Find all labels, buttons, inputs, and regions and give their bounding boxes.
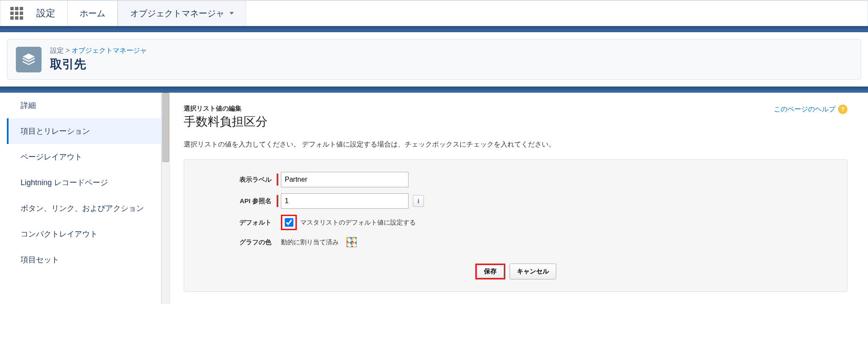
info-icon[interactable]: i xyxy=(413,195,424,207)
display-label-input[interactable] xyxy=(281,172,409,187)
checkbox-label: マスタリストのデフォルト値に設定する xyxy=(300,219,416,227)
tab-label: ホーム xyxy=(80,8,105,19)
default-checkbox[interactable] xyxy=(285,218,293,227)
row-api-name: API 参照名 i xyxy=(194,193,837,209)
label-api: API 参照名 xyxy=(194,197,277,205)
tab-label: オブジェクトマネージャ xyxy=(130,8,224,19)
header-panel: 設定 > オブジェクトマネージャ 取引先 xyxy=(7,39,861,80)
sidebar-item-buttons[interactable]: ボタン、リンク、およびアクション xyxy=(7,195,161,221)
help-link-label: このページのヘルプ xyxy=(774,105,835,114)
body: 詳細 項目とリレーション ページレイアウト Lightning レコードページ … xyxy=(7,93,861,304)
instructions: 選択リストの値を入力してください。 デフォルト値に設定する場合は、チェックボック… xyxy=(184,140,847,149)
sidebar: 詳細 項目とリレーション ページレイアウト Lightning レコードページ … xyxy=(7,93,161,304)
breadcrumb-root: 設定 xyxy=(50,47,64,54)
color-picker-icon[interactable] xyxy=(346,237,357,247)
required-marker xyxy=(277,174,278,186)
required-marker xyxy=(277,195,278,207)
label-display: 表示ラベル xyxy=(194,176,277,184)
label-color: グラフの色 xyxy=(194,238,277,246)
chevron-down-icon[interactable] xyxy=(230,12,234,15)
breadcrumb-link[interactable]: オブジェクトマネージャ xyxy=(72,47,147,54)
sidebar-item-label: 項目とリレーション xyxy=(21,127,90,135)
main: 選択リスト値の編集 手数料負担区分 このページのヘルプ ? 選択リストの値を入力… xyxy=(170,93,861,304)
tab-object-manager[interactable]: オブジェクトマネージャ xyxy=(118,1,246,26)
row-default: デフォルト マスタリストのデフォルト値に設定する xyxy=(194,215,837,230)
sidebar-item-label: ページレイアウト xyxy=(21,153,82,161)
brand-band-top xyxy=(0,26,868,32)
brand-band-bottom xyxy=(0,87,868,93)
page-title: 手数料負担区分 xyxy=(184,114,268,130)
page-object-title: 取引先 xyxy=(50,56,147,72)
top-bar: 設定 ホーム オブジェクトマネージャ xyxy=(0,0,868,26)
mini-title: 選択リスト値の編集 xyxy=(184,105,268,113)
layers-icon xyxy=(21,52,36,67)
sidebar-item-lightning[interactable]: Lightning レコードページ xyxy=(7,170,161,195)
sidebar-item-fields[interactable]: 項目とリレーション xyxy=(7,118,161,144)
sidebar-item-details[interactable]: 詳細 xyxy=(7,93,161,118)
sidebar-item-compact[interactable]: コンパクトレイアウト xyxy=(7,221,161,247)
row-display-label: 表示ラベル xyxy=(194,172,837,187)
checkbox-highlight xyxy=(281,215,297,230)
app-launcher-icon[interactable] xyxy=(0,1,33,26)
help-link[interactable]: このページのヘルプ ? xyxy=(774,105,847,114)
save-button[interactable]: 保存 xyxy=(477,265,504,278)
help-icon: ? xyxy=(838,105,847,114)
sidebar-item-label: コンパクトレイアウト xyxy=(21,230,98,238)
required-marker-spacer xyxy=(277,236,278,248)
required-marker-spacer xyxy=(277,216,278,228)
sidebar-item-label: ボタン、リンク、およびアクション xyxy=(21,204,144,213)
row-color: グラフの色 動的に割り当て済み xyxy=(194,236,837,248)
api-name-input[interactable] xyxy=(281,193,409,209)
app-title: 設定 xyxy=(33,7,67,20)
tabs: ホーム オブジェクトマネージャ xyxy=(67,1,246,26)
color-text: 動的に割り当て済み xyxy=(281,238,339,246)
form-box: 表示ラベル API 参照名 i デフォルト マスタリストのデフォルト値に設定する xyxy=(184,159,847,292)
breadcrumb: 設定 > オブジェクトマネージャ xyxy=(50,46,147,55)
sidebar-item-label: 詳細 xyxy=(21,101,36,110)
label-default: デフォルト xyxy=(194,219,277,227)
sidebar-item-label: Lightning レコードページ xyxy=(21,178,108,187)
sidebar-item-label: 項目セット xyxy=(21,255,59,264)
cancel-button[interactable]: キャンセル xyxy=(510,264,556,279)
button-row: 保存 キャンセル xyxy=(194,264,837,279)
object-icon xyxy=(16,47,42,72)
scrollbar-thumb[interactable] xyxy=(162,93,169,162)
save-button-highlight: 保存 xyxy=(475,264,505,279)
sidebar-item-fieldset[interactable]: 項目セット xyxy=(7,247,161,273)
sidebar-item-pagelayouts[interactable]: ページレイアウト xyxy=(7,144,161,170)
sidebar-scrollbar[interactable] xyxy=(161,93,170,304)
tab-home[interactable]: ホーム xyxy=(67,1,118,26)
